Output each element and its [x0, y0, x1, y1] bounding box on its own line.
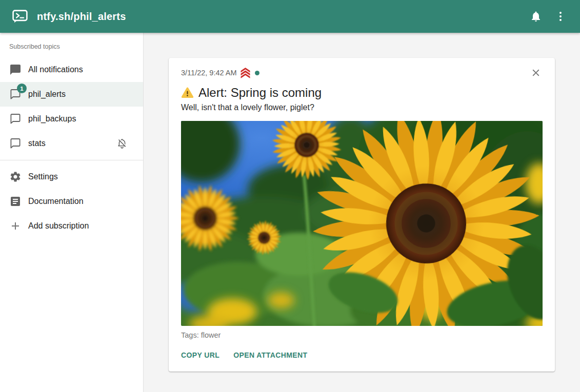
kebab-menu-icon: [554, 10, 567, 23]
sidebar-item-label: Documentation: [28, 197, 84, 206]
page-title: ntfy.sh/phil_alerts: [37, 11, 126, 23]
priority-max-icon: [241, 68, 250, 78]
notification-title: Alert: Spring is coming: [198, 85, 322, 100]
main-content: 3/11/22, 9:42 AM Alert: Spring is coming: [144, 33, 580, 392]
subscribed-topics-label: Subscribed topics: [0, 43, 143, 57]
plus-icon: [9, 220, 22, 232]
chat-bubble-filled-icon: [9, 64, 22, 76]
tags-text: Tags: flower: [181, 331, 543, 339]
bell-icon: [530, 10, 542, 23]
notification-body: Well, isn't that a lovely flower, piglet…: [181, 103, 543, 112]
article-icon: [9, 195, 22, 208]
chat-bubble-outline-icon: [9, 113, 22, 125]
sidebar-item-label: stats: [28, 139, 46, 148]
unread-dot: [255, 71, 259, 75]
card-actions: COPY URL OPEN ATTACHMENT: [181, 351, 543, 359]
sidebar-item-label: phil_alerts: [28, 90, 66, 99]
sidebar-item-label: Add subscription: [28, 221, 89, 231]
open-attachment-button[interactable]: OPEN ATTACHMENT: [233, 351, 307, 359]
notifications-bell-button[interactable]: [524, 4, 548, 29]
sidebar-item-phil-alerts[interactable]: 1 phil_alerts: [0, 82, 143, 107]
timestamp: 3/11/22, 9:42 AM: [181, 69, 237, 77]
gear-icon: [9, 171, 22, 183]
sidebar-divider: [0, 160, 143, 160]
unread-count-badge: 1: [17, 84, 27, 93]
notification-card: 3/11/22, 9:42 AM Alert: Spring is coming: [169, 58, 555, 372]
sidebar-item-label: All notifications: [28, 65, 83, 74]
close-notification-button[interactable]: [529, 66, 543, 79]
notifications-muted-icon: [116, 138, 128, 149]
app-bar: ntfy.sh/phil_alerts: [0, 0, 580, 33]
sidebar-item-label: phil_backups: [28, 114, 76, 123]
ntfy-logo-icon: [12, 10, 28, 23]
sunflower-photo: [181, 121, 543, 326]
notification-title-row: Alert: Spring is coming: [181, 85, 543, 100]
sidebar: Subscribed topics All notifications 1 ph…: [0, 33, 144, 392]
copy-url-button[interactable]: COPY URL: [181, 351, 219, 359]
chat-bubble-outline-icon: 1: [9, 88, 22, 100]
attachment-image[interactable]: [181, 121, 543, 326]
sidebar-item-settings[interactable]: Settings: [0, 164, 143, 189]
sidebar-item-phil-backups[interactable]: phil_backups: [0, 107, 143, 131]
sidebar-item-add-subscription[interactable]: Add subscription: [0, 214, 143, 238]
notification-header: 3/11/22, 9:42 AM: [181, 66, 543, 79]
sidebar-item-label: Settings: [28, 172, 58, 181]
warning-emoji-icon: [181, 87, 194, 99]
overflow-menu-button[interactable]: [548, 4, 573, 29]
chat-bubble-outline-icon: [9, 137, 22, 150]
sidebar-item-stats[interactable]: stats: [0, 131, 143, 156]
close-icon: [530, 67, 542, 78]
sidebar-item-documentation[interactable]: Documentation: [0, 189, 143, 214]
sidebar-item-all-notifications[interactable]: All notifications: [0, 57, 143, 82]
